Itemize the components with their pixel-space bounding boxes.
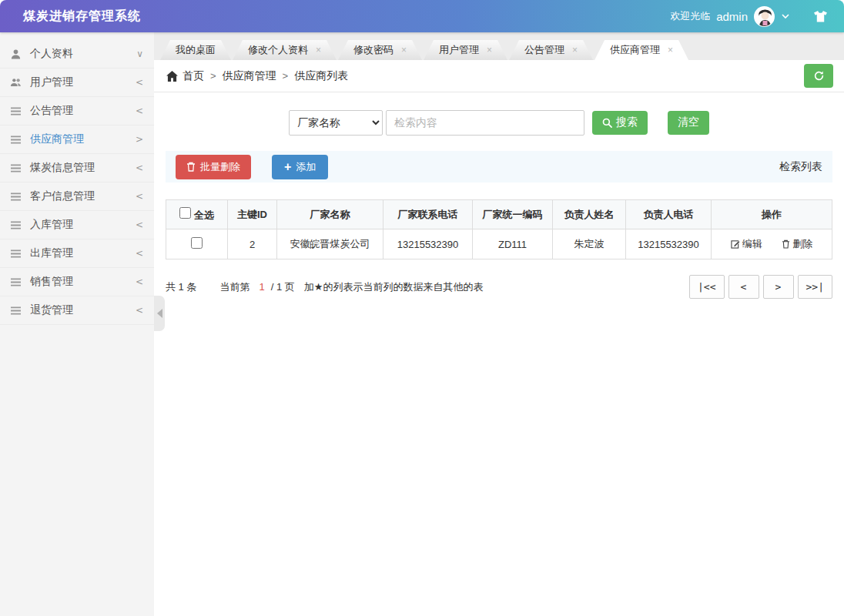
tab-label: 修改个人资料 — [248, 43, 308, 57]
batch-delete-button[interactable]: 批量删除 — [176, 155, 251, 179]
app-title: 煤炭进销存管理系统 — [23, 8, 141, 25]
select-all-checkbox[interactable] — [179, 207, 191, 219]
list-panel-title: 检索列表 — [779, 160, 822, 174]
list-icon — [10, 276, 24, 287]
sidebar-item-label: 个人资料 — [30, 47, 73, 61]
clear-button[interactable]: 清空 — [668, 111, 709, 135]
cell-name: 安徽皖晋煤炭公司 — [277, 229, 383, 259]
list-icon — [10, 219, 24, 230]
first-page-button[interactable]: |<< — [689, 275, 724, 299]
supplier-table: 全选 主键ID 厂家名称 厂家联系电话 厂家统一编码 负责人姓名 负责人电话 操… — [166, 199, 832, 259]
theme-shirt-icon[interactable] — [810, 6, 830, 26]
toolbar: 批量删除 + 添加 检索列表 — [166, 151, 832, 182]
users-icon — [10, 77, 24, 88]
list-icon — [10, 162, 24, 173]
breadcrumb: 首页 > 供应商管理 > 供应商列表 — [154, 60, 844, 92]
sidebar-item-inbound[interactable]: 入库管理 < — [0, 211, 154, 239]
close-icon[interactable]: × — [401, 45, 407, 55]
sidebar-item-returns[interactable]: 退货管理 < — [0, 296, 154, 325]
cell-id: 2 — [228, 229, 277, 259]
breadcrumb-home[interactable]: 首页 — [183, 69, 204, 83]
main-panel: 我的桌面 修改个人资料 × 修改密码 × 用户管理 × 公告管理 × 供应商管理… — [154, 32, 844, 616]
sidebar-item-coal-info[interactable]: 煤炭信息管理 < — [0, 154, 154, 182]
tab-edit-profile[interactable]: 修改个人资料 × — [233, 40, 337, 60]
list-icon — [10, 134, 24, 145]
trash-icon — [782, 239, 790, 249]
current-page-prefix: 当前第 — [219, 280, 250, 294]
user-avatar[interactable] — [754, 6, 775, 27]
sidebar-item-customer-info[interactable]: 客户信息管理 < — [0, 182, 154, 211]
sidebar-collapse-handle[interactable] — [154, 296, 165, 331]
current-page-suffix: / 1 页 — [271, 280, 295, 294]
table-header-row: 全选 主键ID 厂家名称 厂家联系电话 厂家统一编码 负责人姓名 负责人电话 操… — [166, 200, 832, 229]
tab-label: 用户管理 — [439, 43, 479, 57]
sidebar-item-notice[interactable]: 公告管理 < — [0, 97, 154, 126]
content-area: 厂家名称 搜索 清空 批量删除 + 添加 — [154, 92, 844, 299]
home-icon — [166, 71, 178, 82]
add-button[interactable]: + 添加 — [272, 155, 328, 179]
cell-actions: 编辑 删除 — [712, 229, 832, 259]
refresh-icon — [813, 70, 825, 82]
select-all-header: 全选 — [166, 200, 228, 229]
prev-page-button[interactable]: < — [728, 275, 759, 299]
sidebar-item-label: 客户信息管理 — [30, 189, 95, 203]
chevron-left-icon: < — [136, 248, 143, 259]
tab-label: 公告管理 — [524, 43, 564, 57]
chevron-left-icon: < — [136, 162, 143, 173]
close-icon[interactable]: × — [668, 45, 673, 55]
chevron-left-icon: < — [136, 77, 143, 88]
sidebar-item-users[interactable]: 用户管理 < — [0, 69, 154, 97]
tab-notice-management[interactable]: 公告管理 × — [509, 40, 593, 60]
tab-my-desktop[interactable]: 我的桌面 — [160, 40, 231, 60]
delete-label: 删除 — [792, 237, 812, 251]
sidebar: 个人资料 ∨ 用户管理 < 公告管理 < 供应商管理 > 煤炭信息管理 < 客户… — [0, 32, 154, 616]
last-page-button[interactable]: >>| — [798, 275, 832, 299]
collapse-arrow-icon — [157, 309, 162, 318]
clear-button-label: 清空 — [678, 116, 699, 129]
person-icon — [10, 49, 24, 59]
batch-delete-label: 批量删除 — [200, 160, 240, 174]
tab-supplier-management[interactable]: 供应商管理 × — [594, 40, 688, 60]
breadcrumb-supplier-list: 供应商列表 — [294, 69, 348, 83]
breadcrumb-supplier-management[interactable]: 供应商管理 — [223, 69, 276, 83]
sidebar-item-label: 退货管理 — [30, 303, 73, 317]
sidebar-item-profile[interactable]: 个人资料 ∨ — [0, 40, 154, 69]
search-input[interactable] — [386, 110, 584, 136]
select-all-label: 全选 — [194, 209, 214, 221]
list-icon — [10, 305, 24, 316]
sidebar-item-supplier[interactable]: 供应商管理 > — [0, 126, 154, 154]
close-icon[interactable]: × — [487, 45, 492, 55]
search-button[interactable]: 搜索 — [592, 111, 648, 135]
total-count-text: 共 1 条 — [166, 280, 196, 294]
list-icon — [10, 248, 24, 259]
add-button-label: 添加 — [296, 160, 316, 174]
list-icon — [10, 105, 24, 116]
sidebar-item-sales[interactable]: 销售管理 < — [0, 268, 154, 296]
close-icon[interactable]: × — [316, 45, 321, 55]
tab-user-management[interactable]: 用户管理 × — [424, 40, 507, 60]
chevron-left-icon: < — [136, 105, 143, 116]
sidebar-item-outbound[interactable]: 出库管理 < — [0, 239, 154, 268]
chevron-down-icon: ∨ — [136, 49, 143, 59]
row-checkbox[interactable] — [191, 237, 203, 249]
next-page-button[interactable]: > — [763, 275, 794, 299]
search-icon — [602, 118, 612, 128]
welcome-text: 欢迎光临 — [670, 9, 710, 23]
table-row: 2 安徽皖晋煤炭公司 13215532390 ZD111 朱定波 1321553… — [166, 229, 832, 259]
delete-link[interactable]: 删除 — [782, 237, 812, 251]
tab-change-password[interactable]: 修改密码 × — [338, 40, 422, 60]
edit-link[interactable]: 编辑 — [731, 237, 762, 251]
edit-label: 编辑 — [742, 237, 762, 251]
refresh-button[interactable] — [804, 64, 833, 88]
current-page-number: 1 — [259, 281, 264, 293]
chevron-right-icon: > — [136, 134, 143, 145]
user-menu-chevron-icon[interactable] — [781, 12, 790, 21]
sidebar-item-label: 销售管理 — [30, 275, 73, 289]
edit-icon — [731, 239, 740, 249]
header-name: 厂家名称 — [277, 200, 383, 229]
sidebar-item-label: 公告管理 — [30, 104, 73, 118]
star-note: 加★的列表示当前列的数据来自其他的表 — [304, 280, 484, 294]
search-field-select[interactable]: 厂家名称 — [289, 110, 383, 136]
header-manager: 负责人姓名 — [553, 200, 626, 229]
close-icon[interactable]: × — [572, 45, 578, 55]
